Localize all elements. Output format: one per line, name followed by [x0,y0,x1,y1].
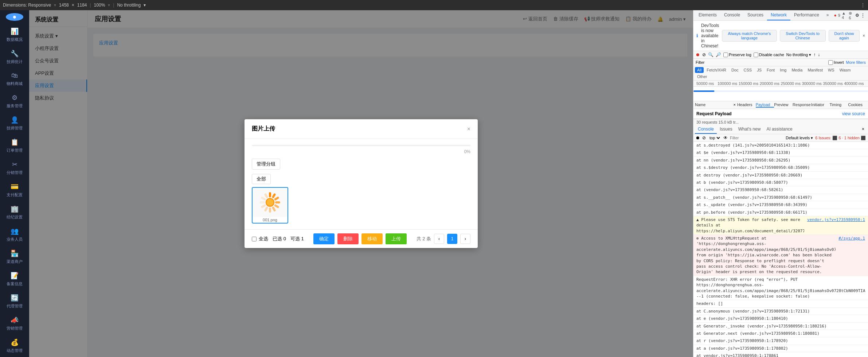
filter-other[interactable]: Other [695,74,709,79]
filter-wasm[interactable]: Wasm [837,67,853,73]
filter-img[interactable]: Img [778,67,789,73]
notice-close-icon[interactable]: × [863,33,865,38]
sidebar-item-order-mgmt[interactable]: 📋 订单管理 [0,135,29,157]
filter-media[interactable]: Media [789,67,805,73]
delete-btn[interactable]: 删除 [337,233,359,244]
console-eye-icon[interactable]: 👁 [723,135,728,140]
subtab-console[interactable]: Console [695,125,717,134]
col-headers[interactable]: Headers [737,102,756,108]
col-payload[interactable]: Payload [756,102,774,108]
sidebar-item-service-mgmt[interactable]: ⚙ 服务管理 [0,90,29,112]
vertical-dots-icon[interactable]: ⋮ [861,13,865,18]
subtab-ai[interactable]: AI assistance [763,125,795,134]
clear-icon[interactable]: ⊘ [702,52,706,57]
invert-checkbox[interactable] [828,60,833,65]
console-clear-icon[interactable]: ⊘ [702,135,706,140]
settings-icon[interactable]: ⚙ [855,13,859,18]
console-close-icon[interactable]: × [860,125,867,134]
filter-icon[interactable]: 🔍 [708,52,713,57]
col-timing[interactable]: Timing [830,102,848,108]
filter-font[interactable]: Font [765,67,777,73]
disable-cache-checkbox[interactable] [754,53,758,57]
filter-input[interactable] [707,60,826,65]
filter-doc[interactable]: Doc [729,67,741,73]
col-preview[interactable]: Preview [774,102,793,108]
tab-console[interactable]: Console [720,10,744,20]
tab-elements[interactable]: Elements [695,10,720,20]
col-response[interactable]: Response [793,102,811,108]
record-icon[interactable]: ⏺ [696,52,700,57]
page-current-btn[interactable]: 1 [447,234,457,244]
sidebar-item-pay-config[interactable]: 💳 支付配置 [0,179,29,201]
more-options-icon[interactable]: ⋮ [861,3,865,8]
viewport-height[interactable]: 1184 [77,3,87,8]
all-folder-btn[interactable]: 全部 [252,174,271,184]
filter-ws[interactable]: WS [826,67,837,73]
select-all-checkbox[interactable] [252,237,257,241]
modal-close-btn[interactable]: × [467,126,470,132]
throttle-label[interactable]: No throttling [117,3,141,8]
move-btn[interactable]: 移动 [361,233,383,244]
console-entry: at pn.before (vendor.js?v=1735980950:68:… [693,209,868,216]
context-select[interactable]: top [708,135,721,140]
search-icon[interactable]: 🔎 [716,52,721,57]
sidebar-item-channel[interactable]: 🏪 渠道商户 [0,246,29,268]
app-logo[interactable]: ● [6,13,23,21]
console-filter-input[interactable] [730,136,783,140]
sidebar-item-agent[interactable]: 🏢 经纪设置 [0,201,29,224]
filter-manifest[interactable]: Manifest [805,67,825,73]
sidebar-item-biz[interactable]: 👥 业务人员 [0,224,29,246]
sidebar-item-label: 支付配置 [7,192,23,198]
page-next-btn[interactable]: › [460,234,470,244]
throttling-select[interactable]: No throttling ▾ [786,53,811,57]
sidebar-item-proxy[interactable]: 🔄 代理管理 [0,290,29,313]
preserve-log-label[interactable]: Preserve log [723,53,751,57]
upload-icon[interactable]: ↑ [813,52,816,57]
manage-group-btn[interactable]: 管理分组 [252,159,280,170]
zoom-level[interactable]: 100% [94,3,105,8]
tab-sources[interactable]: Sources [744,10,767,20]
upload-btn[interactable]: 上传 [386,233,407,244]
more-filters-btn[interactable]: More filters [846,60,866,65]
sidebar-item-tech-stats[interactable]: 🔧 技师统计 [0,46,29,68]
modal-overlay[interactable]: 图片上传 × 0% 管理分组 全部 [29,10,693,357]
select-all-label[interactable]: 全选 [252,236,268,242]
sidebar-item-material-shop[interactable]: 🛍 物料商城 [0,68,29,90]
sidebar-item-split-mgmt[interactable]: ✂ 分销管理 [0,157,29,179]
filter-all[interactable]: All [695,67,704,73]
filter-fetch[interactable]: Fetch/XHR [704,67,728,73]
filter-css[interactable]: CSS [742,67,754,73]
console-entry-link[interactable]: vendor.js?v=1735980950:1 [807,217,865,234]
preserve-log-checkbox[interactable] [723,53,728,57]
dimensions-label[interactable]: Dimensions: Responsive [3,3,51,8]
col-name[interactable]: Name [695,102,732,108]
sidebar-item-marketing[interactable]: 📣 营销管理 [0,313,29,335]
always-match-btn[interactable]: Always match Chrome's language [722,30,777,42]
sidebar-item-data-overview[interactable]: 📊 数据概况 [0,24,29,46]
tab-performance[interactable]: Performance [790,10,823,20]
invert-label[interactable]: Invert [828,60,844,65]
col-cookies[interactable]: Cookies [848,102,867,108]
download-icon[interactable]: ↓ [818,52,820,57]
col-initiator[interactable]: Initiator [811,102,830,108]
view-source-btn[interactable]: view source [842,111,865,116]
sidebar-item-reserve[interactable]: 📝 备案信息 [0,268,29,290]
console-entry-link[interactable]: #/sys/app.1 [838,236,865,275]
sidebar-item-finance[interactable]: 💰 动态管理 [0,335,29,357]
tab-more[interactable]: » [823,10,833,20]
filter-js[interactable]: JS [755,67,764,73]
col-close[interactable]: × [732,102,737,108]
switch-chinese-btn[interactable]: Switch DevTools to Chinese [780,30,826,42]
default-levels-btn[interactable]: Default levels ▾ [786,136,813,140]
confirm-btn[interactable]: 确定 [313,233,335,244]
disable-cache-label[interactable]: Disable cache [754,53,784,57]
viewport-width[interactable]: 1458 [59,3,69,8]
console-record-icon[interactable]: ⏺ [696,135,700,140]
dont-show-btn[interactable]: Don't show again [829,30,860,42]
subtab-issues[interactable]: Issues [717,125,735,134]
subtab-whats-new[interactable]: What's new [735,125,764,134]
sidebar-item-tech-mgmt[interactable]: 👤 技师管理 [0,112,29,135]
tab-network[interactable]: Network [767,10,790,20]
image-item-1[interactable]: 001.png [252,187,288,224]
page-prev-btn[interactable]: ‹ [434,234,444,244]
